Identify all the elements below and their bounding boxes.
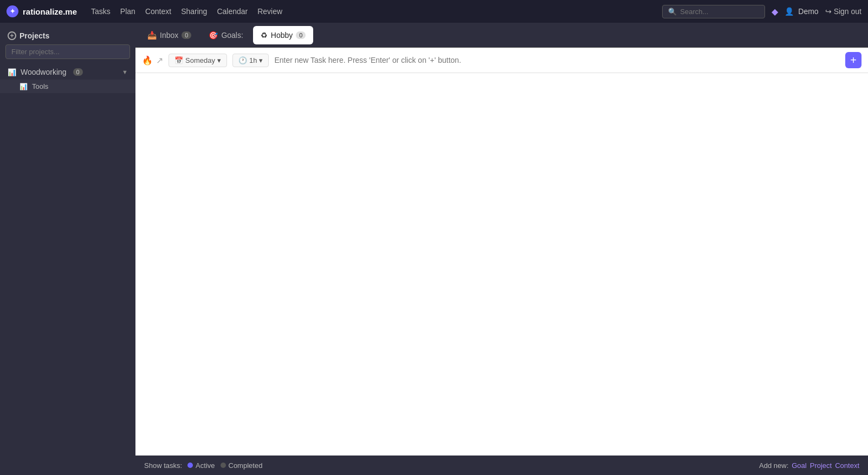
sidebar-item-tools[interactable]: 📊 Tools [0, 80, 135, 93]
schedule-dropdown[interactable]: 📅 Someday ▾ [169, 54, 227, 67]
content-area: 📥 Inbox 0 🎯 Goals: ♻ Hobby 0 🔥 ↗ [135, 23, 868, 475]
calendar-icon: 📅 [174, 56, 183, 64]
top-navigation: ✦ rationalize.me Tasks Plan Context Shar… [0, 0, 868, 23]
main-layout: + Projects 📊 Woodworking 0 ▼ 📊 Tools 📥 I… [0, 23, 868, 475]
nav-tasks[interactable]: Tasks [91, 7, 111, 16]
signout-icon: ↪ [825, 7, 832, 16]
task-text-input[interactable] [274, 56, 840, 64]
signout-button[interactable]: ↪ Sign out [825, 7, 861, 16]
subproject-name: Tools [32, 82, 48, 90]
add-project-link[interactable]: Project [810, 461, 832, 470]
inbox-icon: 📥 [147, 31, 157, 40]
sidebar: + Projects 📊 Woodworking 0 ▼ 📊 Tools [0, 23, 135, 475]
search-icon: 🔍 [668, 8, 677, 16]
tab-inbox[interactable]: 📥 Inbox 0 [140, 26, 199, 44]
nav-context[interactable]: Context [145, 7, 171, 16]
clock-icon: 🕐 [238, 56, 247, 64]
tab-goals[interactable]: 🎯 Goals: [201, 26, 250, 44]
add-new-label: Add new: [759, 461, 788, 470]
tabs-bar: 📥 Inbox 0 🎯 Goals: ♻ Hobby 0 [135, 23, 868, 48]
task-controls: 🔥 ↗ [142, 55, 163, 66]
sidebar-header: + Projects [0, 29, 135, 44]
bottom-bar: Show tasks: Active Completed Add new: Go… [135, 456, 868, 475]
active-label: Active [196, 461, 215, 470]
search-box[interactable]: 🔍 [662, 5, 765, 18]
nav-right-area: 🔍 ◆ 👤 Demo ↪ Sign out [662, 5, 861, 18]
add-context-link[interactable]: Context [835, 461, 859, 470]
user-label: Demo [798, 7, 818, 16]
active-radio-dot [187, 463, 193, 468]
active-radio-label[interactable]: Active [187, 461, 215, 470]
fire-button[interactable]: 🔥 [142, 55, 153, 66]
nav-review[interactable]: Review [257, 7, 282, 16]
schedule-chevron-icon: ▾ [217, 56, 221, 64]
completed-radio-label[interactable]: Completed [221, 461, 263, 470]
task-input-area: 🔥 ↗ 📅 Someday ▾ 🕐 1h ▾ + [135, 48, 868, 73]
duration-label: 1h [249, 56, 257, 64]
nav-plan[interactable]: Plan [120, 7, 135, 16]
project-name: Woodworking [21, 68, 67, 76]
add-project-button[interactable]: + [8, 31, 16, 40]
nav-sharing[interactable]: Sharing [181, 7, 207, 16]
show-tasks-controls: Show tasks: Active Completed [144, 461, 262, 470]
diamond-icon: ◆ [772, 6, 778, 17]
bar-chart-small-icon: 📊 [20, 83, 28, 90]
duration-dropdown[interactable]: 🕐 1h ▾ [232, 54, 269, 67]
logo: ✦ rationalize.me [7, 5, 77, 17]
user-icon: 👤 [785, 7, 794, 16]
arrow-button[interactable]: ↗ [156, 55, 163, 66]
add-goal-link[interactable]: Goal [792, 461, 806, 470]
task-content [135, 73, 868, 456]
goals-icon: 🎯 [209, 31, 218, 40]
tab-goals-label: Goals: [221, 31, 243, 40]
tab-hobby-label: Hobby [271, 31, 293, 40]
bar-chart-icon: 📊 [8, 68, 16, 76]
add-task-button[interactable]: + [845, 52, 861, 68]
hobby-badge: 0 [296, 31, 306, 39]
inbox-badge: 0 [182, 31, 191, 39]
chevron-down-icon: ▼ [122, 69, 128, 75]
tab-inbox-label: Inbox [160, 31, 178, 40]
signout-label: Sign out [834, 7, 861, 16]
duration-chevron-icon: ▾ [259, 56, 263, 64]
logo-text: rationalize.me [23, 7, 77, 16]
completed-label: Completed [229, 461, 263, 470]
woodworking-badge: 0 [73, 68, 83, 76]
search-input[interactable] [680, 8, 759, 16]
projects-heading: Projects [20, 31, 49, 40]
schedule-label: Someday [185, 56, 215, 64]
tab-hobby[interactable]: ♻ Hobby 0 [253, 26, 314, 44]
add-new-area: Add new: Goal Project Context [759, 461, 859, 470]
completed-radio-dot [221, 463, 226, 468]
show-tasks-label: Show tasks: [144, 461, 182, 470]
nav-calendar[interactable]: Calendar [217, 7, 248, 16]
hobby-icon: ♻ [261, 31, 268, 40]
filter-projects-input[interactable] [5, 44, 130, 59]
user-area: 👤 Demo [785, 7, 818, 16]
logo-icon: ✦ [7, 5, 18, 17]
sidebar-item-woodworking[interactable]: 📊 Woodworking 0 ▼ [0, 64, 135, 80]
project-left: 📊 Woodworking 0 [8, 68, 83, 76]
